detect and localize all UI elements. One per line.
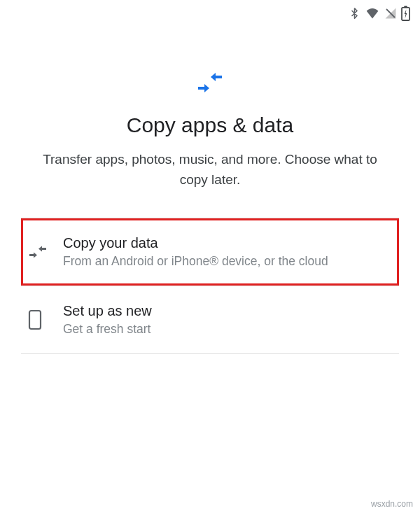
option-title: Copy your data [63,235,392,251]
svg-rect-2 [29,311,41,329]
phone-outline-icon [28,309,63,330]
option-set-up-as-new[interactable]: Set up as new Get a fresh start [21,286,399,353]
hero-section: Copy apps & data Transfer apps, photos, … [0,69,420,218]
battery-charging-icon [401,6,410,21]
signal-icon [384,6,397,20]
transfer-arrows-icon [194,69,226,99]
option-description: From an Android or iPhone® device, or th… [63,254,392,269]
divider [21,353,399,354]
watermark: wsxdn.com [371,499,413,509]
option-text: Copy your data From an Android or iPhone… [63,235,392,269]
option-copy-your-data[interactable]: Copy your data From an Android or iPhone… [21,218,399,286]
option-description: Get a fresh start [63,322,392,337]
wifi-icon [365,6,380,20]
options-list: Copy your data From an Android or iPhone… [0,218,420,354]
bluetooth-icon [349,6,360,20]
transfer-small-icon [28,244,63,260]
svg-rect-1 [404,6,407,8]
page-subtitle: Transfer apps, photos, music, and more. … [21,150,399,190]
page-title: Copy apps & data [127,113,294,137]
option-title: Set up as new [63,303,392,319]
status-bar [0,0,420,27]
option-text: Set up as new Get a fresh start [63,303,392,337]
